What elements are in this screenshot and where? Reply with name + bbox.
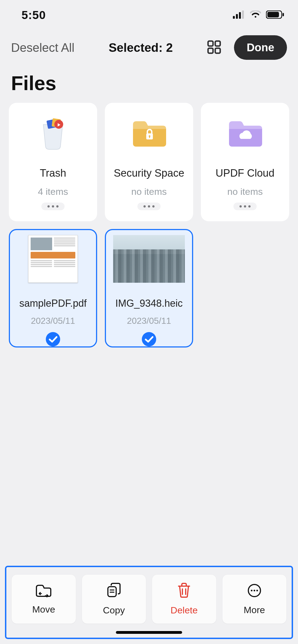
action-label: More [244,605,265,615]
status-bar: 5:50 [0,0,298,30]
svg-rect-16 [149,136,150,138]
move-folder-icon [35,584,52,599]
selected-count-label: Selected: 2 [109,41,173,55]
svg-rect-3 [242,10,244,19]
folder-subtitle: no items [131,186,167,197]
svg-rect-1 [236,14,238,19]
grid-view-icon[interactable] [207,40,221,55]
folder-title: Trash [40,167,66,179]
action-label: Copy [103,605,125,616]
bottom-action-bar: Move Copy Delete More [0,566,298,644]
selected-checkmark-icon[interactable] [142,332,156,346]
folder-title: UPDF Cloud [215,167,274,179]
more-button[interactable]: More [222,574,287,624]
svg-rect-19 [108,587,116,597]
battery-icon [266,10,284,20]
deselect-all-button[interactable]: Deselect All [11,41,74,55]
file-date: 2023/05/11 [31,316,75,326]
photo-thumbnail [113,235,185,283]
action-label: Move [32,604,55,615]
wifi-icon [250,10,261,20]
folder-subtitle: no items [227,186,263,197]
selection-toolbar: Deselect All Selected: 2 Done [0,30,298,65]
svg-point-25 [251,590,252,591]
move-button[interactable]: Move [11,574,76,624]
svg-rect-7 [208,41,213,46]
more-options-button[interactable] [41,203,65,210]
status-time: 5:50 [22,9,46,22]
svg-rect-2 [239,12,241,19]
svg-rect-6 [283,13,284,16]
done-button[interactable]: Done [234,35,287,60]
file-item-photo[interactable]: IMG_9348.heic 2023/05/11 [105,229,193,347]
selected-checkmark-icon[interactable] [46,332,60,346]
copy-button[interactable]: Copy [82,574,147,624]
action-bar-highlight: Move Copy Delete More [5,566,293,639]
file-date: 2023/05/11 [127,316,171,326]
svg-point-26 [254,590,255,591]
home-indicator[interactable] [116,631,182,634]
svg-rect-10 [215,48,220,53]
delete-button[interactable]: Delete [152,574,217,624]
more-options-button[interactable] [233,203,257,210]
svg-point-27 [256,590,258,591]
files-grid: Trash 4 items Security Space no items [0,103,298,347]
folder-updf-cloud[interactable]: UPDF Cloud no items [201,103,289,221]
action-label: Delete [171,605,198,616]
folder-security-space[interactable]: Security Space no items [105,103,193,221]
file-item-pdf[interactable]: samplePDF.pdf 2023/05/11 [9,229,97,347]
svg-rect-9 [208,48,213,53]
page-title: Files [0,65,298,103]
svg-rect-5 [267,12,279,17]
svg-point-17 [46,332,60,346]
locked-folder-icon [130,115,168,151]
folder-subtitle: 4 items [38,186,68,197]
cellular-icon [233,10,245,20]
svg-rect-0 [233,16,235,19]
more-icon [247,583,262,599]
cloud-folder-icon [226,115,264,151]
svg-rect-8 [215,41,220,46]
copy-icon [106,583,122,599]
pdf-thumbnail [28,235,78,283]
more-options-button[interactable] [137,203,161,210]
folder-title: Security Space [114,167,184,179]
file-title: samplePDF.pdf [19,298,87,309]
svg-point-18 [142,332,156,346]
status-right [233,10,284,20]
trash-icon [177,583,191,599]
trash-bin-icon [35,115,71,151]
file-title: IMG_9348.heic [115,298,183,309]
folder-trash[interactable]: Trash 4 items [9,103,97,221]
